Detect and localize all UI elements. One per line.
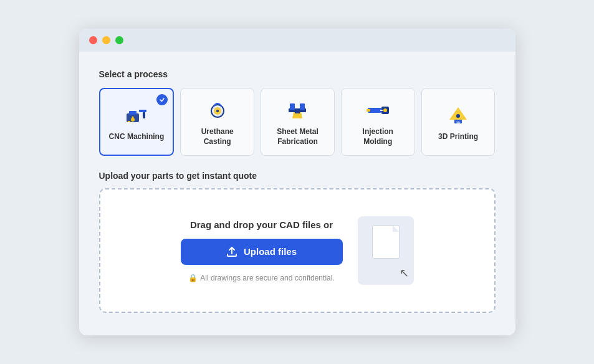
sheetmetal-icon <box>285 97 310 122</box>
upload-left-panel: Drag and drop your CAD files or Upload f… <box>181 219 343 282</box>
security-note: 🔒 All drawings are secure and confidenti… <box>188 274 334 282</box>
svg-point-5 <box>132 116 133 118</box>
sheetmetal-label: Sheet Metal Fabrication <box>267 127 328 146</box>
injection-label: Injection Molding <box>348 127 408 146</box>
file-preview-illustration: ↖ <box>358 216 414 285</box>
printing-label: 3D Printing <box>438 132 478 142</box>
svg-rect-4 <box>143 112 145 118</box>
close-button[interactable] <box>89 36 97 44</box>
process-grid: CNC Machining Urethane Casting <box>99 88 496 156</box>
process-card-urethane[interactable]: Urethane Casting <box>180 88 254 156</box>
maximize-button[interactable] <box>115 36 123 44</box>
cursor-icon: ↖ <box>400 266 409 280</box>
svg-rect-13 <box>295 112 300 113</box>
svg-point-22 <box>456 114 460 118</box>
app-window: Select a process <box>79 29 515 335</box>
svg-rect-15 <box>366 109 370 112</box>
svg-rect-3 <box>139 110 146 112</box>
process-card-3d-printing[interactable]: 3D 3D Printing <box>421 88 496 156</box>
lock-icon: 🔒 <box>188 274 198 282</box>
cnc-icon <box>124 102 149 127</box>
titlebar <box>79 29 515 52</box>
upload-dropzone[interactable]: Drag and drop your CAD files or Upload f… <box>99 188 496 313</box>
svg-point-2 <box>131 118 135 122</box>
svg-rect-6 <box>128 121 130 122</box>
process-section-label: Select a process <box>99 69 496 79</box>
printing-icon: 3D <box>446 102 471 127</box>
selected-check-icon <box>156 94 168 105</box>
svg-point-9 <box>216 110 219 112</box>
upload-icon <box>226 246 237 257</box>
svg-point-17 <box>383 108 387 112</box>
injection-icon <box>365 97 390 122</box>
svg-rect-11 <box>290 103 295 110</box>
upload-files-button[interactable]: Upload files <box>181 239 343 265</box>
svg-rect-18 <box>380 110 383 111</box>
upload-section-label: Upload your parts to get instant quote <box>99 171 496 181</box>
process-card-injection[interactable]: Injection Molding <box>341 88 415 156</box>
svg-text:3D: 3D <box>456 121 461 125</box>
minimize-button[interactable] <box>102 36 110 44</box>
drag-drop-text: Drag and drop your CAD files or <box>190 219 333 230</box>
process-card-sheet-metal[interactable]: Sheet Metal Fabrication <box>261 88 335 156</box>
svg-rect-12 <box>300 103 305 110</box>
urethane-label: Urethane Casting <box>187 127 247 146</box>
cnc-label: CNC Machining <box>109 132 165 142</box>
urethane-icon <box>205 97 230 122</box>
svg-rect-1 <box>129 111 137 115</box>
process-card-cnc[interactable]: CNC Machining <box>99 88 175 156</box>
main-content: Select a process <box>79 52 515 335</box>
